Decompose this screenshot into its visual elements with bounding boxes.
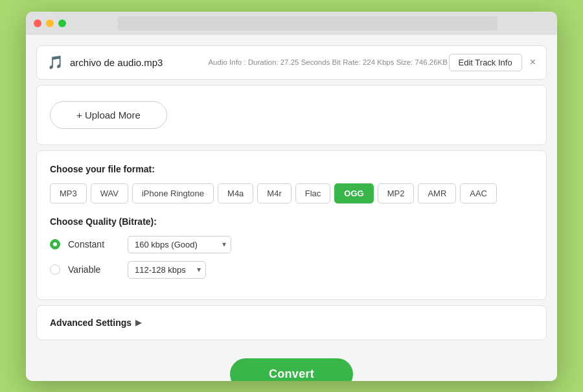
convert-button[interactable]: Convert [230, 358, 353, 381]
close-file-button[interactable]: × [530, 57, 536, 67]
file-meta: Audio Info : Duration: 27.25 Seconds Bit… [208, 58, 448, 66]
file-info-left: 🎵 archivo de audio.mp3 Audio Info : Dura… [47, 54, 448, 70]
format-button-mp3[interactable]: MP3 [50, 183, 87, 203]
edit-track-button[interactable]: Edit Track Info [449, 54, 522, 71]
minimize-traffic-light[interactable] [46, 19, 54, 27]
bitrate-select-wrapper-constant: 64 kbps (Poor)96 kbps128 kbps (Standard)… [128, 236, 231, 253]
format-button-wav[interactable]: WAV [91, 183, 128, 203]
format-section: Choose your file format: MP3WAViPhone Ri… [36, 150, 547, 300]
traffic-lights [34, 19, 66, 27]
format-button-m4a[interactable]: M4a [218, 183, 253, 203]
format-section-label: Choose your file format: [50, 164, 533, 174]
format-button-aac[interactable]: AAC [460, 183, 497, 203]
file-row: 🎵 archivo de audio.mp3 Audio Info : Dura… [36, 45, 547, 80]
quality-name-variable: Variable [68, 264, 120, 275]
quality-options: Constant64 kbps (Poor)96 kbps128 kbps (S… [50, 236, 533, 279]
format-button-flac[interactable]: Flac [295, 183, 331, 203]
format-button-ogg[interactable]: OGG [334, 183, 373, 203]
url-bar[interactable] [118, 16, 497, 30]
radio-variable[interactable] [50, 264, 60, 275]
quality-option-constant: Constant64 kbps (Poor)96 kbps128 kbps (S… [50, 236, 533, 253]
bitrate-select-wrapper-variable: 45-85 kbps60-90 kbps80-120 kbps112-128 k… [128, 261, 206, 279]
quality-name-constant: Constant [68, 239, 120, 249]
bitrate-select-variable[interactable]: 45-85 kbps60-90 kbps80-120 kbps112-128 k… [128, 261, 206, 279]
format-button-iphone-ringtone[interactable]: iPhone Ringtone [132, 183, 214, 203]
main-window: 🎵 archivo de audio.mp3 Audio Info : Dura… [26, 12, 557, 381]
convert-area: Convert [26, 351, 557, 381]
advanced-settings-header[interactable]: Advanced Settings ▶ [50, 317, 533, 328]
close-traffic-light[interactable] [34, 19, 41, 27]
advanced-settings-label: Advanced Settings [50, 317, 131, 328]
chevron-right-icon: ▶ [135, 318, 141, 327]
maximize-traffic-light[interactable] [58, 19, 66, 27]
file-actions: Edit Track Info × [449, 54, 536, 71]
quality-option-variable: Variable45-85 kbps60-90 kbps80-120 kbps1… [50, 261, 533, 279]
format-button-amr[interactable]: AMR [418, 183, 456, 203]
format-button-m4r[interactable]: M4r [257, 183, 291, 203]
title-bar [26, 12, 557, 35]
format-button-mp2[interactable]: MP2 [378, 183, 415, 203]
bitrate-select-constant[interactable]: 64 kbps (Poor)96 kbps128 kbps (Standard)… [128, 236, 231, 253]
upload-section: + Upload More [36, 85, 547, 145]
content-area: 🎵 archivo de audio.mp3 Audio Info : Dura… [26, 35, 557, 381]
advanced-settings-section: Advanced Settings ▶ [36, 305, 547, 340]
file-audio-icon: 🎵 [47, 54, 63, 70]
format-buttons: MP3WAViPhone RingtoneM4aM4rFlacOGGMP2AMR… [50, 183, 533, 203]
file-name: archivo de audio.mp3 [70, 57, 163, 68]
quality-section-label: Choose Quality (Bitrate): [50, 216, 533, 227]
radio-constant[interactable] [50, 239, 60, 249]
upload-more-button[interactable]: + Upload More [50, 101, 167, 129]
